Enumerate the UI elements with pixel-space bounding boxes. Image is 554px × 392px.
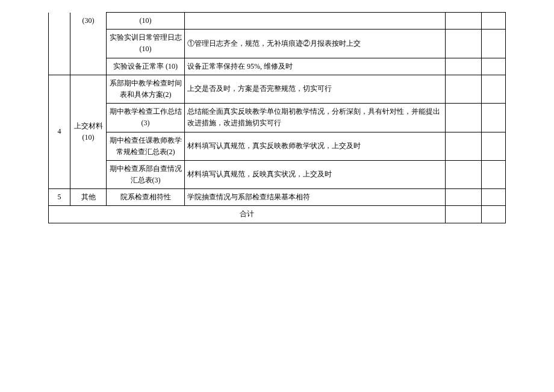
table-row: 实验实训日常管理日志 (10) ①管理日志齐全，规范，无补填痕迹②月报表按时上交 (49, 30, 506, 58)
item-cell: 期中教学检查工作总结 (3) (107, 104, 185, 132)
item-cell: 系部期中教学检查时间表和具体方案(2) (107, 75, 185, 103)
evaluation-table: (30) (10) 实验实训日常管理日志 (10) ①管理日志齐全，规范，无补填… (48, 12, 506, 223)
category-cell: 其他 (70, 189, 107, 206)
category-cell (70, 58, 107, 75)
desc-cell: 设备正常率保持在 95%, 维修及时 (185, 58, 446, 75)
score-cell-2 (482, 189, 506, 206)
category-cell: 上交材料 (10) (70, 75, 107, 189)
score-cell-2 (482, 58, 506, 75)
table-total-row: 合计 (49, 206, 506, 223)
desc-cell: 总结能全面真实反映教学单位期初教学情况，分析深刻，具有针对性，并能提出改进措施，… (185, 104, 446, 132)
desc-cell: ①管理日志齐全，规范，无补填痕迹②月报表按时上交 (185, 30, 446, 58)
idx-cell (49, 30, 70, 58)
score-cell-1 (446, 13, 482, 30)
score-cell-2 (482, 30, 506, 58)
desc-cell: 上交是否及时，方案是否完整规范，切实可行 (185, 75, 446, 103)
score-cell-1 (446, 30, 482, 58)
idx-cell (49, 13, 70, 30)
score-cell-1 (446, 104, 482, 132)
table-row: 5 其他 院系检查相符性 学院抽查情况与系部检查结果基本相符 (49, 189, 506, 206)
table-row: 实验设备正常率 (10) 设备正常率保持在 95%, 维修及时 (49, 58, 506, 75)
item-cell: 实验设备正常率 (10) (107, 58, 185, 75)
score-cell-2 (482, 104, 506, 132)
score-cell-1 (446, 160, 482, 188)
desc-cell: 学院抽查情况与系部检查结果基本相符 (185, 189, 446, 206)
item-cell: 期中检查系部自查情况汇总表(3) (107, 160, 185, 188)
item-cell: 院系检查相符性 (107, 189, 185, 206)
idx-cell: 4 (49, 75, 70, 189)
score-cell-2 (482, 206, 506, 223)
table-row: 期中教学检查工作总结 (3) 总结能全面真实反映教学单位期初教学情况，分析深刻，… (49, 104, 506, 132)
idx-cell: 5 (49, 189, 70, 206)
score-cell-1 (446, 132, 482, 160)
table-row: 期中检查系部自查情况汇总表(3) 材料填写认真规范，反映真实状况，上交及时 (49, 160, 506, 188)
score-cell-2 (482, 160, 506, 188)
score-cell-1 (446, 75, 482, 103)
score-cell-2 (482, 75, 506, 103)
table-row: 期中检查任课教师教学常规检查汇总表(2) 材料填写认真规范，真实反映教师教学状况… (49, 132, 506, 160)
table-row: 4 上交材料 (10) 系部期中教学检查时间表和具体方案(2) 上交是否及时，方… (49, 75, 506, 103)
desc-cell: 材料填写认真规范，反映真实状况，上交及时 (185, 160, 446, 188)
score-cell-1 (446, 189, 482, 206)
score-cell-1 (446, 206, 482, 223)
total-label: 合计 (49, 206, 446, 223)
desc-cell: 材料填写认真规范，真实反映教师教学状况，上交及时 (185, 132, 446, 160)
category-cell (70, 30, 107, 58)
item-cell: (10) (107, 13, 185, 30)
score-cell-1 (446, 58, 482, 75)
item-cell: 期中检查任课教师教学常规检查汇总表(2) (107, 132, 185, 160)
table-row: (30) (10) (49, 13, 506, 30)
item-cell: 实验实训日常管理日志 (10) (107, 30, 185, 58)
category-cell: (30) (70, 13, 107, 30)
idx-cell (49, 58, 70, 75)
score-cell-2 (482, 132, 506, 160)
score-cell-2 (482, 13, 506, 30)
desc-cell (185, 13, 446, 30)
